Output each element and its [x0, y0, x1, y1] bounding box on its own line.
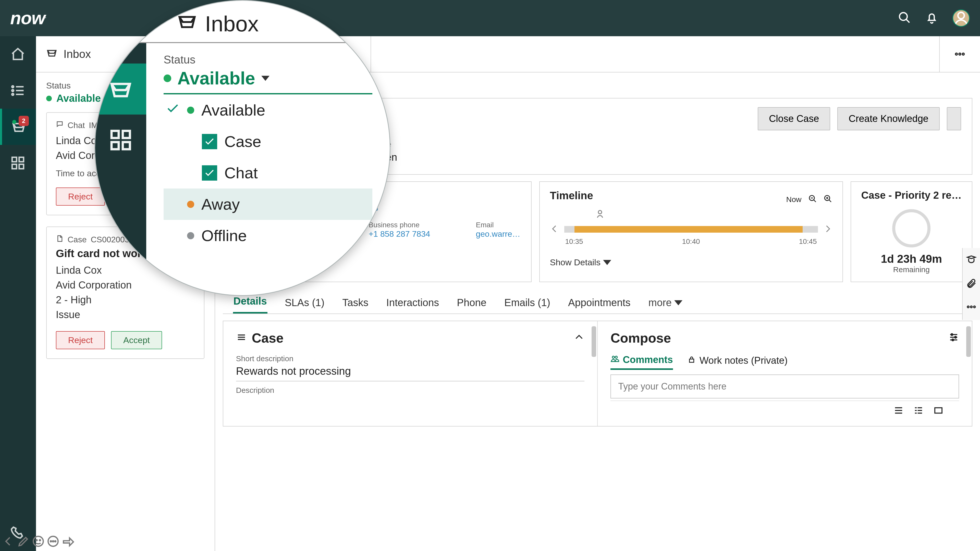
status-dropdown[interactable]: Available [164, 68, 372, 94]
reject-button[interactable]: Reject [56, 187, 105, 206]
compose-tab-comments[interactable]: Comments [611, 354, 673, 370]
attachment-icon[interactable] [966, 278, 977, 290]
scrollbar-thumb[interactable] [966, 326, 971, 357]
svg-point-30 [967, 306, 969, 308]
email-link[interactable]: geo.warren@mailin… [476, 229, 521, 239]
compose-panel: Compose Comments Work notes (Private) [598, 321, 972, 426]
rail-inbox[interactable]: 2 [0, 109, 36, 145]
svg-rect-7 [12, 164, 17, 169]
tab-appointments[interactable]: Appointments [568, 290, 631, 313]
tab-more[interactable]: more [648, 290, 683, 313]
form-panel: Case Short description Rewards not proce… [223, 321, 598, 426]
activity-view-switch [611, 400, 959, 417]
editor-toolbar [2, 535, 75, 549]
timeline-track[interactable] [564, 226, 818, 233]
timeline-now[interactable]: Now [786, 195, 801, 204]
search-icon[interactable] [898, 11, 911, 25]
svg-point-4 [12, 94, 14, 95]
svg-point-34 [36, 540, 37, 541]
bottom-split: Case Short description Rewards not proce… [223, 321, 973, 427]
lens-rail-apps[interactable] [95, 114, 146, 165]
reject-button[interactable]: Reject [56, 331, 105, 349]
status-dot-icon [12, 120, 16, 124]
zoom-lens: Inbox Status Available Available Case Ch… [94, 0, 390, 296]
compose-tab-worknotes[interactable]: Work notes (Private) [687, 355, 788, 369]
close-case-button[interactable]: Close Case [758, 107, 830, 130]
timeline-panel: Timeline Now [539, 181, 843, 282]
scrollbar-thumb[interactable] [592, 326, 596, 357]
view-card-icon[interactable] [933, 405, 944, 417]
create-knowledge-button[interactable]: Create Knowledge [837, 107, 940, 130]
view-list-icon[interactable] [893, 405, 904, 417]
svg-rect-41 [123, 131, 130, 138]
status-dot-icon [187, 106, 194, 114]
header-more-button[interactable] [947, 107, 961, 130]
tab-phone[interactable]: Phone [456, 290, 487, 313]
user-avatar[interactable] [953, 10, 970, 27]
status-channel-chat[interactable]: Chat [164, 157, 372, 189]
rail-list[interactable] [0, 73, 36, 109]
rail-home[interactable] [0, 36, 36, 73]
tab-emails[interactable]: Emails (1) [504, 290, 551, 313]
svg-point-11 [963, 53, 964, 55]
zoom-out-icon[interactable] [808, 194, 817, 205]
section-title: Case [252, 330, 283, 346]
tab-interactions[interactable]: Interactions [386, 290, 440, 313]
rail-apps[interactable] [0, 145, 36, 181]
smiley-icon[interactable] [32, 535, 45, 549]
kebab-icon[interactable] [966, 302, 977, 313]
forward-icon[interactable] [61, 535, 75, 549]
svg-point-32 [974, 306, 975, 308]
svg-point-31 [970, 306, 972, 308]
bell-icon[interactable] [925, 11, 939, 25]
status-option-offline[interactable]: Offline [164, 220, 372, 251]
svg-rect-43 [123, 142, 130, 149]
status-option-away[interactable]: Away [164, 189, 372, 220]
nav-rail: 2 [0, 36, 36, 551]
tab-tasks[interactable]: Tasks [342, 290, 369, 313]
tab-slas[interactable]: SLAs (1) [284, 290, 325, 313]
timeline-prev[interactable] [550, 224, 559, 234]
accept-button[interactable]: Accept [111, 331, 162, 349]
checkbox-checked-icon [202, 134, 217, 149]
business-phone-link[interactable]: +1 858 287 7834 [369, 229, 473, 239]
show-details-toggle[interactable]: Show Details [550, 257, 832, 267]
short-desc-value[interactable]: Rewards not processing [236, 365, 585, 381]
status-dot-icon [46, 96, 52, 101]
people-icon [611, 354, 619, 365]
desc-label: Description [236, 386, 585, 395]
settings-icon[interactable] [948, 330, 959, 346]
svg-point-38 [52, 541, 54, 542]
status-dot-icon [187, 201, 194, 208]
edit-icon[interactable] [17, 535, 30, 549]
sla-ring [892, 209, 931, 248]
view-compact-icon[interactable] [913, 405, 924, 417]
undo-back-icon[interactable] [2, 535, 15, 549]
svg-point-1 [958, 13, 964, 19]
brand-logo: now. [10, 8, 46, 28]
sla-panel: Case - Priority 2 re… 1d 23h 49m Remaini… [851, 181, 973, 282]
timeline-next[interactable] [823, 224, 832, 234]
inbox-icon [46, 47, 57, 61]
svg-point-9 [956, 53, 958, 55]
status-channel-case[interactable]: Case [164, 126, 372, 157]
inbox-icon [177, 11, 197, 37]
svg-rect-8 [19, 164, 24, 169]
sla-time: 1d 23h 49m [861, 252, 962, 265]
svg-rect-5 [12, 157, 17, 162]
zoom-in-icon[interactable] [824, 194, 832, 205]
drag-icon[interactable] [236, 330, 247, 346]
inbox-title: Inbox [64, 48, 91, 60]
svg-rect-28 [689, 359, 694, 362]
more-circle-icon[interactable] [46, 535, 60, 549]
chevron-up-icon[interactable] [574, 330, 584, 346]
svg-point-2 [12, 86, 14, 88]
tab-menu[interactable] [939, 36, 980, 72]
compose-title: Compose [611, 330, 671, 346]
knowledge-icon[interactable] [966, 254, 977, 266]
comments-input[interactable]: Type your Comments here [611, 375, 959, 399]
doc-icon [56, 235, 64, 245]
side-tool-rail [962, 248, 980, 320]
status-option-available[interactable]: Available [164, 94, 372, 126]
chat-icon [56, 121, 64, 130]
